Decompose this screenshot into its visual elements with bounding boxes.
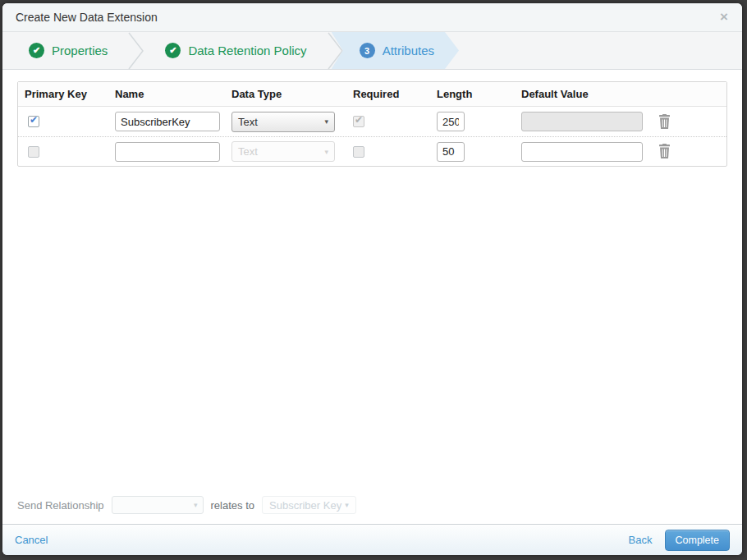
default-value-input[interactable] [521,142,643,162]
default-value-input [521,112,643,131]
step-data-retention-policy[interactable]: ✔ Data Retention Policy [145,32,326,69]
data-type-select[interactable]: Text ▾ [231,112,335,132]
step-number-badge: 3 [360,43,375,58]
subscriber-key-select: Subscriber Key ▾ [262,496,356,514]
caret-down-icon: ▾ [194,501,198,509]
col-header-primary-key: Primary Key [18,88,108,100]
send-relationship-label: Send Relationship [17,499,104,512]
check-icon: ✔ [29,43,44,58]
step-label: Attributes [383,44,434,57]
check-icon: ✔ [165,43,181,58]
step-attributes[interactable]: 3 Attributes [332,32,459,69]
primary-key-checkbox[interactable] [28,146,39,158]
caret-down-icon: ▾ [345,501,349,509]
attribute-name-input[interactable] [115,112,220,131]
modal-titlebar: Create New Data Extension × [2,3,742,32]
caret-down-icon: ▾ [324,117,328,126]
modal-title: Create New Data Extension [16,11,158,24]
step-properties[interactable]: ✔ Properties [9,32,127,69]
required-checkbox [353,116,364,127]
relates-to-label: relates to [211,499,254,512]
caret-down-icon: ▾ [324,148,328,156]
attributes-table: Primary Key Name Data Type Required Leng… [17,81,727,167]
create-data-extension-modal: Create New Data Extension × ✔ Properties… [2,3,742,555]
wizard-stepbar: ✔ Properties ✔ Data Retention Policy 3 A… [2,32,742,70]
cancel-link[interactable]: Cancel [15,534,48,546]
subscriber-key-value: Subscriber Key [269,499,341,512]
send-relationship-select: ▾ [112,496,204,514]
modal-content: Primary Key Name Data Type Required Leng… [2,70,742,524]
data-type-value: Text [238,116,258,128]
data-type-select: Text ▾ [231,141,335,162]
length-input[interactable] [437,112,465,131]
col-header-data-type: Data Type [225,88,346,100]
send-relationship-row: Send Relationship ▾ relates to Subscribe… [17,494,727,516]
col-header-name: Name [108,88,225,100]
primary-key-checkbox[interactable] [28,116,39,127]
trash-icon[interactable] [658,114,671,130]
table-row: Text ▾ [18,107,726,136]
trash-icon[interactable] [658,144,671,159]
col-header-length: Length [430,88,515,100]
data-type-value: Text [238,145,258,158]
complete-button[interactable]: Complete [665,530,731,551]
required-checkbox[interactable] [353,146,364,158]
col-header-default-value: Default Value [515,88,646,100]
attribute-name-input[interactable] [115,142,220,162]
back-link[interactable]: Back [629,534,653,546]
chevron-separator-icon [127,32,145,69]
table-header-row: Primary Key Name Data Type Required Leng… [18,82,726,107]
step-label: Data Retention Policy [188,44,306,57]
length-input[interactable] [437,142,465,162]
step-label: Properties [52,44,108,57]
modal-footer: Cancel Back Complete [2,524,742,555]
close-icon[interactable]: × [716,9,732,25]
table-row: Text ▾ [18,136,726,166]
col-header-required: Required [346,88,430,100]
